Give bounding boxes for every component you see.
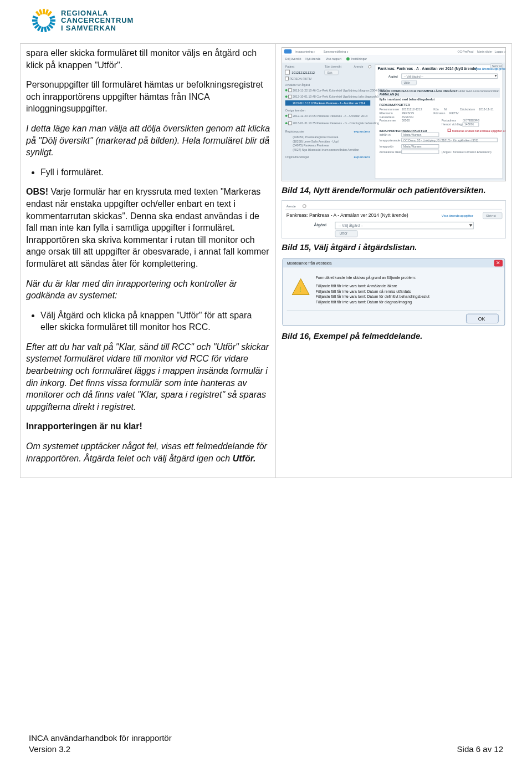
left-bullet1: Fyll i formuläret. <box>40 166 270 179</box>
svg-rect-93 <box>289 89 292 92</box>
svg-text:(Anges i formatet Förnamn Efte: (Anges i formatet Förnamn Efternamn) <box>442 150 492 154</box>
svg-rect-105 <box>289 121 292 125</box>
svg-text:2012-10-01 10:48 Cor-Rekt Kolo: 2012-10-01 10:48 Cor-Rekt Kolorektal Upp… <box>293 95 378 98</box>
page-footer: INCA användarhandbok för inrapportör Ver… <box>29 733 503 755</box>
svg-text:Inifrån vt: Inifrån vt <box>380 133 391 136</box>
svg-text:Originalhandlingar: Originalhandlingar <box>285 155 309 159</box>
svg-point-104 <box>285 122 288 124</box>
svg-text:Nytt ärende: Nytt ärende <box>305 57 320 60</box>
svg-text:Gäller även som canceranmälan: Gäller även som canceranmälan <box>458 89 500 93</box>
svg-text:Logga ut: Logga ut <box>495 50 505 53</box>
svg-rect-6 <box>50 19 56 22</box>
caption-16: Bild 16, Exempel på felmeddelande. <box>282 331 506 342</box>
svg-text:Pankreas: Pankreas - A - Anmäl: Pankreas: Pankreas - A - Anmälan ver 201… <box>287 212 408 218</box>
svg-rect-10 <box>44 27 47 32</box>
svg-text:2012-12-20 14:05 Pankreas Pank: 2012-12-20 14:05 Pankreas Pankreas - A -… <box>293 114 367 118</box>
left-p3: I detta läge kan man välja att dölja öve… <box>26 124 270 157</box>
svg-text:OC-PreProd: OC-PreProd <box>458 50 474 53</box>
left-p8a: Om systemet upptäcker något fel, visas e… <box>26 441 267 463</box>
svg-text:Åtgärd: Åtgärd <box>314 222 327 227</box>
left-p4-rest: Varje formulär har en kryssruta med text… <box>26 187 269 268</box>
svg-rect-89 <box>402 150 439 154</box>
svg-text:Sammanställning ▸: Sammanställning ▸ <box>324 50 349 53</box>
svg-text:Anmälande läkare: Anmälande läkare <box>380 150 403 154</box>
obs-label: OBS! <box>26 187 48 196</box>
svg-text:(448054) Prostataregistret Pro: (448054) Prostataregistret Prostata <box>293 135 338 139</box>
left-p8: Om systemet upptäcker något fel, visas e… <box>26 440 270 464</box>
svg-rect-5 <box>49 16 55 19</box>
caption-14: Bild 14, Nytt ärende/formulär och patien… <box>282 185 506 196</box>
svg-text:Registerposter: Registerposter <box>285 130 304 133</box>
left-p5: När du är klar med din inrapportering oc… <box>26 279 237 301</box>
svg-text:1012121211212: 1012121211212 <box>292 71 315 74</box>
svg-text:AVENYN: AVENYN <box>402 115 413 119</box>
svg-text:M: M <box>444 108 447 111</box>
svg-text:FIKTIV: FIKTIV <box>449 111 459 115</box>
svg-text:Maria Women: Maria Women <box>403 145 422 148</box>
svg-text:2013-01-31 10:35 Pankreas Pank: 2013-01-31 10:35 Pankreas Pankreas - G -… <box>293 121 379 125</box>
svg-rect-11 <box>40 27 43 32</box>
left-p6: Efter att du har valt på "Klar, sänd til… <box>26 342 269 412</box>
svg-text:expandera: expandera <box>354 155 371 159</box>
svg-text:Följande fält får inte vara to: Följande fält får inte vara tomt: Datum … <box>316 289 411 294</box>
svg-text:Förnamn: Förnamn <box>434 111 446 115</box>
screenshot-action-list: Ärende Pankreas: Pankreas - A - Anmälan … <box>282 200 506 238</box>
svg-text:PERSON FIKTIV: PERSON FIKTIV <box>290 77 313 80</box>
svg-text:Åtgärd: Åtgärd <box>388 75 398 78</box>
left-p1: spara eller skicka formuläret till monit… <box>26 47 270 71</box>
svg-text:Postadress: Postadress <box>442 119 457 122</box>
svg-text:Följande fält får inte vara to: Följande fält får inte vara tomt: Anmäla… <box>316 284 397 288</box>
svg-rect-102 <box>289 114 292 118</box>
svg-text:Pankreas: Pankreas - A - Anmäl: Pankreas: Pankreas - A - Anmälan ver 201… <box>378 67 478 71</box>
svg-text:2013-02-10 12:12 Pankreas Pank: 2013-02-10 12:12 Pankreas Pankreas - A -… <box>293 102 365 105</box>
svg-text:Inrapportering ▸: Inrapportering ▸ <box>295 50 315 53</box>
header-line3: I SAMVERKAN <box>61 24 134 32</box>
svg-text:Avvaktar för åtgärd: Avvaktar för åtgärd <box>285 83 310 87</box>
svg-rect-0 <box>43 9 45 14</box>
svg-text:Inställningar: Inställningar <box>351 57 367 60</box>
svg-text:PERSONUPPGIFTER: PERSONUPPGIFTER <box>380 103 410 106</box>
svg-text:Personnummer: Personnummer <box>380 108 400 111</box>
svg-point-34 <box>369 65 371 68</box>
left-bullet2: Välj Åtgärd och klicka på knappen "Utför… <box>40 309 270 333</box>
svg-text:Dölj översikt: Dölj översikt <box>285 57 301 60</box>
svg-text:50000: 50000 <box>402 119 410 122</box>
svg-text:(18268) LeverGalla Anmälan - U: (18268) LeverGalla Anmälan - Uppl <box>293 140 339 143</box>
svg-text:Övriga ärenden: Övriga ärenden <box>285 109 305 112</box>
svg-rect-115 <box>282 201 505 238</box>
svg-text:!: ! <box>299 285 301 293</box>
svg-text:-- Välj åtgärd --: -- Välj åtgärd -- <box>339 224 364 228</box>
svg-text:Gatuadress: Gatuadress <box>380 115 395 119</box>
svg-rect-19 <box>284 49 291 54</box>
svg-text:Markeras endast när enstaka up: Markeras endast när enstaka uppgifter oc… <box>452 129 505 133</box>
left-p4: OBS! Varje formulär har en kryssruta med… <box>26 186 270 270</box>
svg-rect-35 <box>285 70 290 74</box>
svg-text:Postnummer: Postnummer <box>380 119 396 122</box>
document-header: REGIONALA CANCERCENTRUM I SAMVERKAN <box>0 0 532 37</box>
header-line2: CANCERCENTRUM <box>61 17 134 24</box>
left-p8b: Utför. <box>233 454 256 463</box>
svg-text:Visa ärendeuppgifter: Visa ärendeuppgifter <box>442 214 473 217</box>
svg-text:(34075) Pankreas Pankreas: (34075) Pankreas Pankreas <box>293 144 329 147</box>
svg-point-117 <box>303 205 306 208</box>
svg-text:Ärende: Ärende <box>287 204 296 207</box>
svg-text:Inrapportör: Inrapportör <box>380 145 394 148</box>
svg-text:INRAPPORTERINGSUPPGIFTER: INRAPPORTERINGSUPPGIFTER <box>380 129 427 133</box>
content-table: spara eller skicka formuläret till monit… <box>20 43 512 478</box>
svg-text:Patient: Patient <box>285 65 295 68</box>
svg-text:Formuläret kunde inte skickas : Formuläret kunde inte skickas på grund a… <box>316 276 416 280</box>
header-line1: REGIONALA <box>61 9 134 17</box>
svg-text:2011-11-22 10:46 Cor-Rekt Kolo: 2011-11-22 10:46 Cor-Rekt Kolorektal Upp… <box>293 89 385 92</box>
svg-text:-- Välj åtgärd --: -- Välj åtgärd -- <box>404 75 423 78</box>
left-p7: Inrapporteringen är nu klar! <box>26 421 142 431</box>
svg-rect-96 <box>289 95 292 98</box>
left-p2: Personuppgifter till formuläret hämtas u… <box>26 79 270 115</box>
svg-text:TUMÖR I PANKREAS OCH PERIAMPUL: TUMÖR I PANKREAS OCH PERIAMPULLÄRA OMRÅD… <box>380 89 458 93</box>
svg-text:Töm översikt: Töm översikt <box>325 65 342 68</box>
svg-text:10121212-1212: 10121212-1212 <box>402 108 422 111</box>
footer-title: INCA användarhandbok för inrapportör <box>29 733 172 744</box>
svg-text:Utför: Utför <box>340 231 348 235</box>
svg-text:Maria slider: Maria slider <box>477 50 492 53</box>
svg-rect-78 <box>448 129 451 132</box>
svg-text:GÖTEBORG: GÖTEBORG <box>463 119 479 122</box>
